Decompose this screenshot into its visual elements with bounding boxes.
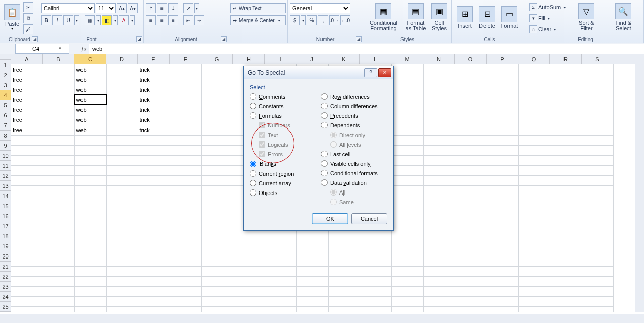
cell[interactable] — [74, 276, 106, 286]
cell[interactable] — [582, 155, 613, 165]
cell[interactable] — [455, 196, 487, 206]
cell[interactable] — [11, 306, 43, 312]
cell[interactable] — [138, 236, 170, 246]
currency-dropdown[interactable]: ▼ — [301, 15, 306, 25]
row-header[interactable]: 7 — [0, 120, 11, 131]
column-header[interactable]: P — [487, 54, 518, 64]
row-header[interactable]: 2 — [0, 70, 11, 80]
cell[interactable] — [582, 75, 613, 85]
cell[interactable] — [170, 165, 201, 175]
cell[interactable] — [296, 286, 328, 296]
name-box[interactable]: ▼ — [15, 44, 69, 54]
cell[interactable] — [106, 115, 138, 125]
cell[interactable] — [391, 236, 423, 246]
cell[interactable] — [487, 105, 518, 115]
cell[interactable] — [296, 306, 328, 312]
decrease-font-button[interactable]: A▾ — [128, 3, 138, 13]
cell[interactable] — [582, 125, 613, 135]
horizontal-scrollbar[interactable] — [0, 314, 644, 323]
cell[interactable] — [518, 185, 550, 196]
cell[interactable] — [265, 236, 296, 246]
cell[interactable] — [423, 165, 455, 175]
paste-button[interactable]: 📋 Paste ▼ — [2, 1, 22, 33]
increase-indent-button[interactable]: ⇥ — [194, 15, 204, 25]
cell[interactable] — [391, 216, 423, 226]
align-right-button[interactable]: ≡ — [168, 15, 178, 25]
cell[interactable]: web — [74, 125, 106, 135]
cell[interactable] — [487, 135, 518, 145]
column-header[interactable]: I — [265, 54, 296, 64]
font-color-button[interactable]: A — [119, 15, 129, 25]
cell[interactable] — [170, 135, 201, 145]
cell[interactable] — [74, 256, 106, 266]
cell[interactable] — [423, 95, 455, 105]
cell[interactable] — [106, 175, 138, 185]
number-format-select[interactable]: General — [290, 3, 350, 13]
cell[interactable] — [582, 196, 613, 206]
borders-dropdown[interactable]: ▼ — [96, 15, 101, 25]
cell[interactable]: web — [74, 105, 106, 115]
cell[interactable] — [518, 276, 550, 286]
cell[interactable] — [582, 226, 613, 236]
cell[interactable] — [106, 155, 138, 165]
cell[interactable] — [487, 306, 518, 312]
formula-input[interactable]: web — [89, 44, 644, 54]
cell[interactable] — [328, 286, 360, 296]
cell[interactable] — [43, 286, 74, 296]
align-middle-button[interactable]: ≡ — [157, 3, 167, 13]
fill-color-button[interactable]: ◧ — [102, 15, 112, 25]
autosum-button[interactable]: ΣAutoSum▼ — [529, 2, 567, 12]
row-header[interactable]: 20 — [0, 251, 11, 262]
cell[interactable] — [455, 216, 487, 226]
cell[interactable] — [138, 165, 170, 175]
cell[interactable] — [550, 135, 582, 145]
cell[interactable] — [11, 286, 43, 296]
option-constants[interactable]: Constants — [250, 103, 316, 109]
cell[interactable] — [518, 286, 550, 296]
cell[interactable] — [74, 246, 106, 256]
cell[interactable] — [391, 75, 423, 85]
cell[interactable]: free — [11, 85, 43, 95]
cell[interactable] — [11, 256, 43, 266]
cell[interactable] — [391, 95, 423, 105]
cell[interactable] — [74, 155, 106, 165]
column-header[interactable]: J — [296, 54, 328, 64]
cell[interactable] — [74, 236, 106, 246]
cell[interactable] — [391, 115, 423, 125]
cell[interactable] — [360, 246, 391, 256]
cell[interactable] — [487, 165, 518, 175]
column-header[interactable]: L — [360, 54, 391, 64]
cell[interactable] — [360, 256, 391, 266]
bold-button[interactable]: B — [41, 15, 51, 25]
cell[interactable] — [518, 135, 550, 145]
cell[interactable] — [106, 286, 138, 296]
cell[interactable] — [518, 115, 550, 125]
cell[interactable] — [296, 296, 328, 306]
cell[interactable] — [43, 175, 74, 185]
cell[interactable] — [582, 135, 613, 145]
cell[interactable] — [74, 196, 106, 206]
cell[interactable] — [43, 95, 74, 105]
cell[interactable] — [455, 226, 487, 236]
cell[interactable] — [170, 85, 201, 95]
cell[interactable] — [170, 105, 201, 115]
cell[interactable] — [550, 105, 582, 115]
cell[interactable] — [423, 135, 455, 145]
dialog-titlebar[interactable]: Go To Special ? ✕ — [244, 66, 393, 79]
cell[interactable] — [106, 85, 138, 95]
cell[interactable]: trick — [138, 75, 170, 85]
cell[interactable] — [138, 246, 170, 256]
cell[interactable] — [550, 175, 582, 185]
italic-button[interactable]: I — [52, 15, 62, 25]
row-header[interactable]: 13 — [0, 181, 11, 191]
cell[interactable] — [43, 256, 74, 266]
cell[interactable] — [106, 75, 138, 85]
cell[interactable] — [170, 216, 201, 226]
borders-button[interactable]: ▦ — [85, 15, 95, 25]
decrease-decimal-button[interactable]: ←.0 — [340, 15, 350, 25]
cell[interactable]: trick — [138, 95, 170, 105]
row-header[interactable]: 5 — [0, 100, 11, 110]
row-header[interactable]: 16 — [0, 211, 11, 221]
cell[interactable] — [106, 246, 138, 256]
cell[interactable] — [582, 246, 613, 256]
